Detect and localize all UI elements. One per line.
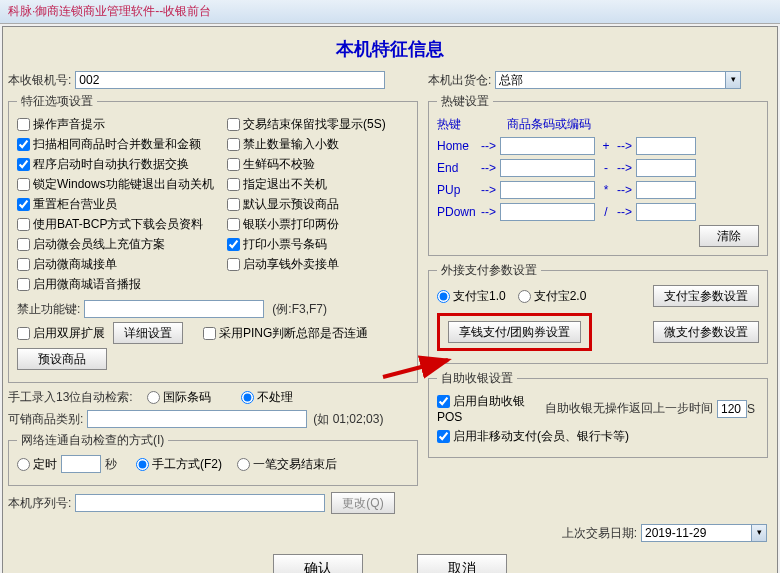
ok-button[interactable]: 确认 [273, 554, 363, 573]
no-process-radio[interactable]: 不处理 [241, 389, 293, 406]
clear-hotkey-button[interactable]: 清除 [699, 225, 759, 247]
hotkey-op-target-1[interactable] [636, 159, 696, 177]
feature-cb-right-5[interactable]: 银联小票打印两份 [227, 216, 339, 233]
last-trade-date-combo[interactable]: ▾ [641, 524, 767, 542]
netcheck-sec-label: 秒 [105, 456, 117, 473]
change-serial-button[interactable]: 更改(Q) [331, 492, 394, 514]
chevron-down-icon[interactable]: ▾ [725, 71, 741, 89]
hotkey-code-2[interactable] [500, 181, 595, 199]
page-title: 本机特征信息 [8, 37, 772, 61]
hotkey-name-3: PDown [437, 205, 477, 219]
saleable-cat-label: 可销商品类别: [8, 411, 83, 428]
enable-nonmobile-pay-checkbox[interactable]: 启用非移动支付(会员、银行卡等) [437, 428, 629, 445]
warehouse-label: 本机出货仓: [428, 72, 491, 89]
hotkey-legend: 热键设置 [437, 93, 493, 110]
warehouse-input[interactable] [495, 71, 725, 89]
dualscreen-checkbox[interactable]: 启用双屏扩展 [17, 325, 105, 342]
last-trade-label: 上次交易日期: [562, 525, 637, 542]
serial-label: 本机序列号: [8, 495, 71, 512]
saleable-cat-input[interactable] [87, 410, 307, 428]
alipay-settings-button[interactable]: 支付宝参数设置 [653, 285, 759, 307]
feature-cb-left-2[interactable]: 程序启动时自动执行数据交换 [17, 156, 189, 173]
feature-cb-right-3[interactable]: 指定退出不关机 [227, 176, 327, 193]
feature-cb-left-8[interactable]: 启用微商城语音播报 [17, 276, 141, 293]
netcheck-group: 网络连通自动检查的方式(I) 定时 秒 手工方式(F2) 一笔交易结束后 [8, 432, 418, 486]
chevron-down-icon[interactable]: ▾ [751, 524, 767, 542]
hotkey-code-0[interactable] [500, 137, 595, 155]
feature-cb-left-0[interactable]: 操作声音提示 [17, 116, 105, 133]
forbid-key-label: 禁止功能键: [17, 301, 80, 318]
hotkey-name-1: End [437, 161, 477, 175]
feature-cb-left-7[interactable]: 启动微商城接单 [17, 256, 117, 273]
feature-cb-right-6[interactable]: 打印小票号条码 [227, 236, 327, 253]
netcheck-seconds-input[interactable] [61, 455, 101, 473]
netcheck-legend: 网络连通自动检查的方式(I) [17, 432, 168, 449]
idle-seconds-input[interactable] [717, 400, 747, 418]
netcheck-manual-radio[interactable]: 手工方式(F2) [136, 456, 222, 473]
idle-unit-label: S [747, 402, 755, 416]
feature-cb-left-4[interactable]: 重置柜台营业员 [17, 196, 117, 213]
external-pay-group: 外接支付参数设置 支付宝1.0 支付宝2.0 支付宝参数设置 享钱支付/团购券设… [428, 262, 768, 364]
hotkey-op-target-2[interactable] [636, 181, 696, 199]
manual-13-label: 手工录入13位自动检索: [8, 389, 133, 406]
hotkey-code-1[interactable] [500, 159, 595, 177]
feature-cb-left-5[interactable]: 使用BAT-BCP方式下载会员资料 [17, 216, 203, 233]
self-checkout-group: 自助收银设置 启用自助收银POS 自助收银无操作返回上一步时间 S 启用非移动支… [428, 370, 768, 458]
forbid-key-hint: (例:F3,F7) [272, 301, 327, 318]
saleable-cat-hint: (如 01;02;03) [313, 411, 383, 428]
alipay2-radio[interactable]: 支付宝2.0 [518, 288, 587, 305]
xiangqian-pay-button[interactable]: 享钱支付/团购券设置 [448, 321, 581, 343]
serial-input[interactable] [75, 494, 325, 512]
feature-options-legend: 特征选项设置 [17, 93, 97, 110]
feature-cb-right-2[interactable]: 生鲜码不校验 [227, 156, 315, 173]
self-checkout-legend: 自助收银设置 [437, 370, 517, 387]
last-trade-date-input[interactable] [641, 524, 751, 542]
pos-no-input[interactable] [75, 71, 385, 89]
feature-options-group: 特征选项设置 操作声音提示扫描相同商品时合并数量和金额程序启动时自动执行数据交换… [8, 93, 418, 383]
feature-cb-left-3[interactable]: 锁定Windows功能键退出自动关机 [17, 176, 214, 193]
forbid-key-input[interactable] [84, 300, 264, 318]
external-pay-legend: 外接支付参数设置 [437, 262, 541, 279]
enable-self-pos-checkbox[interactable]: 启用自助收银POS [437, 393, 539, 424]
pos-no-label: 本收银机号: [8, 72, 71, 89]
ping-checkbox[interactable]: 采用PING判断总部是否连通 [203, 325, 368, 342]
wechat-pay-settings-button[interactable]: 微支付参数设置 [653, 321, 759, 343]
idle-return-label: 自助收银无操作返回上一步时间 [545, 400, 713, 417]
window-titlebar: 科脉·御商连锁商业管理软件--收银前台 [0, 0, 780, 24]
intl-barcode-radio[interactable]: 国际条码 [147, 389, 211, 406]
netcheck-pertrade-radio[interactable]: 一笔交易结束后 [237, 456, 337, 473]
feature-cb-left-1[interactable]: 扫描相同商品时合并数量和金额 [17, 136, 201, 153]
feature-cb-left-6[interactable]: 启动微会员线上充值方案 [17, 236, 165, 253]
main-window: 本机特征信息 本收银机号: 特征选项设置 操作声音提示扫描相同商品时合并数量和金… [2, 26, 778, 573]
netcheck-timed-radio[interactable]: 定时 [17, 456, 57, 473]
cancel-button[interactable]: 取消 [417, 554, 507, 573]
feature-cb-right-0[interactable]: 交易结束保留找零显示(5S) [227, 116, 386, 133]
hotkey-name-0: Home [437, 139, 477, 153]
hotkey-hdr-key: 热键 [437, 116, 487, 133]
hotkey-group: 热键设置 热键 商品条码或编码 Home-->+-->End-->--->PUp… [428, 93, 768, 256]
hotkey-name-2: PUp [437, 183, 477, 197]
feature-cb-right-1[interactable]: 禁止数量输入小数 [227, 136, 339, 153]
preset-products-button[interactable]: 预设商品 [17, 348, 107, 370]
hotkey-hdr-code: 商品条码或编码 [507, 116, 591, 133]
detail-settings-button[interactable]: 详细设置 [113, 322, 183, 344]
feature-cb-right-7[interactable]: 启动享钱外卖接单 [227, 256, 339, 273]
hotkey-op-target-0[interactable] [636, 137, 696, 155]
alipay1-radio[interactable]: 支付宝1.0 [437, 288, 506, 305]
hotkey-code-3[interactable] [500, 203, 595, 221]
feature-cb-right-4[interactable]: 默认显示预设商品 [227, 196, 339, 213]
hotkey-op-target-3[interactable] [636, 203, 696, 221]
warehouse-combo[interactable]: ▾ [495, 71, 741, 89]
